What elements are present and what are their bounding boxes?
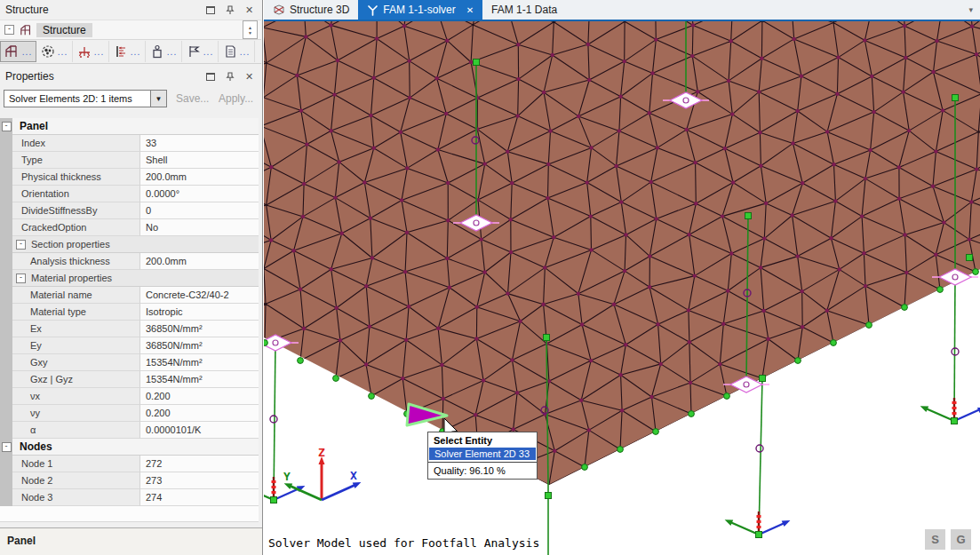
save-button[interactable]: Save... bbox=[176, 92, 209, 105]
property-value[interactable]: 33 bbox=[139, 135, 259, 152]
tab-fam-1-1-data[interactable]: FAM 1-1 Data bbox=[482, 0, 566, 20]
report-icon bbox=[223, 44, 237, 59]
spinner-control[interactable]: ▲▼ bbox=[243, 20, 258, 39]
toolbar-sections-button[interactable]: ... bbox=[36, 41, 73, 62]
toolbar-supports-button[interactable]: ... bbox=[73, 41, 109, 62]
viewport-caption: Solver Model used for Footfall Analysis bbox=[268, 536, 539, 550]
column-node-square bbox=[967, 255, 973, 261]
select-entity-tooltip: Select Entity Solver Element 2D 33 Quali… bbox=[427, 432, 538, 480]
property-row: Node 3274 bbox=[0, 489, 259, 506]
column-node-square bbox=[745, 213, 752, 219]
collapse-icon[interactable]: - bbox=[2, 122, 12, 131]
structure-tree-item[interactable]: - Structure ▲▼ bbox=[0, 20, 261, 40]
application-window: { "colors": { "accent_blue": "#1b70c4", … bbox=[0, 0, 980, 555]
property-value[interactable]: 36850N/mm² bbox=[139, 321, 259, 337]
grid-gutter bbox=[0, 388, 12, 405]
shaded-view-button[interactable]: S bbox=[925, 529, 945, 550]
3d-scene[interactable]: ZYX bbox=[264, 21, 980, 555]
property-value[interactable]: 274 bbox=[139, 489, 259, 506]
tab-label: FAM 1-1-solver bbox=[383, 4, 455, 16]
column-node-square bbox=[952, 95, 959, 101]
property-value[interactable]: 0.0000101/K bbox=[139, 422, 259, 439]
property-label: νx bbox=[12, 388, 139, 405]
property-value[interactable]: 0 bbox=[139, 202, 259, 219]
close-tab-icon[interactable]: ✕ bbox=[466, 5, 474, 15]
grid-gutter bbox=[0, 337, 12, 354]
panel-footer-label: Panel bbox=[7, 535, 36, 547]
sections-icon bbox=[41, 44, 55, 59]
tab-structure-3d[interactable]: Structure 3D bbox=[264, 0, 358, 20]
property-value[interactable]: Concrete-C32/40-2 bbox=[139, 287, 259, 304]
grid-gutter bbox=[0, 169, 12, 186]
structure-panel-title: Structure bbox=[5, 4, 49, 16]
collapse-icon[interactable]: - bbox=[4, 25, 14, 35]
property-row: Node 1272 bbox=[0, 456, 259, 472]
toolbar-flag-button[interactable]: ... bbox=[182, 41, 219, 62]
collapse-icon[interactable]: - bbox=[16, 274, 26, 283]
property-label: Gxy bbox=[12, 354, 139, 371]
property-value[interactable]: 272 bbox=[139, 456, 259, 472]
3d-viewport[interactable]: ZYX Select Entity Solver Element 2D 33 Q… bbox=[264, 21, 980, 555]
grid-gutter bbox=[0, 270, 12, 287]
graphics-view-button[interactable]: G bbox=[951, 529, 971, 550]
toolbar-frame-button[interactable]: ... bbox=[0, 41, 36, 62]
property-value[interactable]: Shell bbox=[139, 152, 259, 169]
document-area: Structure 3DFAM 1-1-solver✕FAM 1-1 Data▾… bbox=[264, 0, 980, 555]
collapse-icon[interactable]: - bbox=[16, 240, 26, 250]
property-value[interactable]: 200.0mm bbox=[139, 169, 259, 186]
property-row: Ey36850N/mm² bbox=[0, 337, 259, 354]
subsection-label: Material properties bbox=[31, 273, 112, 283]
column-node-square bbox=[546, 493, 552, 499]
collapse-icon[interactable]: - bbox=[2, 442, 12, 452]
grid-gutter bbox=[0, 422, 12, 439]
close-icon[interactable]: ✕ bbox=[243, 4, 256, 17]
tooltip-quality: Quality: 96.10 % bbox=[428, 463, 537, 479]
property-value[interactable]: 200.0mm bbox=[139, 253, 259, 270]
grid-gutter bbox=[0, 405, 12, 422]
selection-dropdown-value: Solver Elements 2D: 1 items bbox=[4, 93, 150, 104]
tooltip-title: Select Entity bbox=[428, 432, 537, 448]
grid-gutter bbox=[0, 489, 12, 506]
property-row: Analysis thickness200.0mm bbox=[0, 253, 259, 270]
property-value[interactable]: 273 bbox=[139, 472, 259, 489]
property-label: α bbox=[12, 422, 139, 439]
grid-gutter bbox=[0, 202, 12, 219]
property-label: Material name bbox=[12, 287, 139, 304]
left-dock: Structure ✕ - Structure ▲▼ .............… bbox=[0, 0, 263, 555]
apply-button[interactable]: Apply... bbox=[219, 92, 253, 105]
property-value[interactable]: No bbox=[139, 219, 259, 236]
property-row: Orientation0.0000° bbox=[0, 186, 259, 202]
property-row: α0.0000101/K bbox=[0, 422, 259, 439]
property-value[interactable]: 15354N/mm² bbox=[139, 354, 259, 371]
structure-toolbar: ..................... bbox=[0, 41, 261, 64]
subsection-header: -Section properties bbox=[12, 236, 259, 253]
tab-overflow-icon[interactable]: ▾ bbox=[968, 5, 980, 14]
pin-icon[interactable] bbox=[223, 70, 236, 83]
property-value[interactable]: 0.200 bbox=[139, 405, 259, 422]
property-value[interactable]: 0.200 bbox=[139, 388, 259, 405]
selection-dropdown[interactable]: Solver Elements 2D: 1 items ▼ bbox=[4, 90, 167, 107]
grid-gutter: - bbox=[0, 118, 12, 135]
close-icon[interactable]: ✕ bbox=[243, 70, 256, 83]
property-value[interactable]: 36850N/mm² bbox=[139, 337, 259, 354]
chevron-down-icon[interactable]: ▼ bbox=[150, 91, 166, 107]
property-value[interactable]: 15354N/mm² bbox=[139, 371, 259, 388]
more-options-label: ... bbox=[203, 47, 213, 57]
property-label: Node 1 bbox=[12, 456, 139, 472]
grid-gutter bbox=[0, 186, 12, 202]
property-label: Analysis thickness bbox=[12, 253, 139, 270]
property-value[interactable]: Isotropic bbox=[139, 304, 259, 321]
restore-icon[interactable] bbox=[203, 70, 217, 83]
pin-icon[interactable] bbox=[223, 4, 236, 17]
toolbar-mass-button[interactable]: ... bbox=[146, 41, 182, 62]
property-value[interactable]: 0.0000° bbox=[139, 186, 259, 202]
tooltip-entity-item[interactable]: Solver Element 2D 33 bbox=[429, 448, 536, 460]
column-line bbox=[759, 378, 762, 535]
tab-fam-1-1-solver[interactable]: FAM 1-1-solver✕ bbox=[358, 0, 482, 20]
panel-footer-bar[interactable]: Panel bbox=[0, 527, 262, 555]
supports-icon bbox=[77, 44, 92, 59]
toolbar-loads-button[interactable]: ... bbox=[109, 41, 146, 62]
restore-icon[interactable] bbox=[203, 4, 217, 17]
toolbar-report-button[interactable]: ... bbox=[219, 41, 255, 62]
property-row: DivideStiffnessBy0 bbox=[0, 202, 259, 219]
